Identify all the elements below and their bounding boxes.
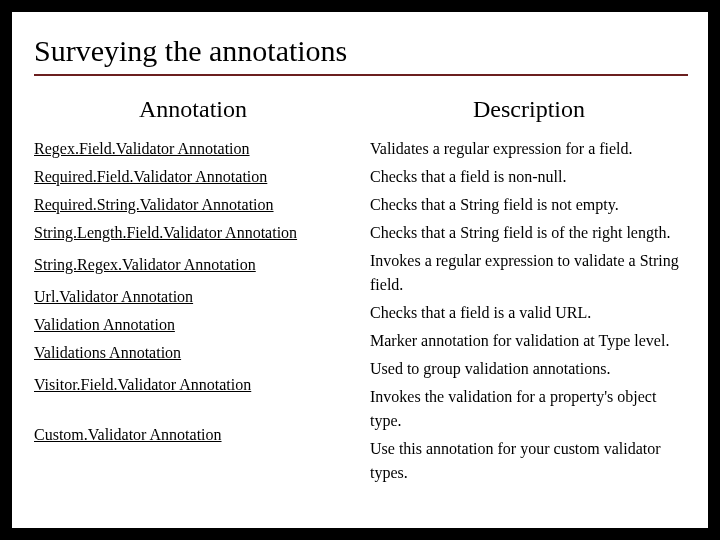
- annotation-link[interactable]: Custom.Validator Annotation: [34, 421, 352, 449]
- description-text: Checks that a field is non-null.: [370, 163, 688, 191]
- annotation-link[interactable]: Validations Annotation: [34, 339, 352, 367]
- annotation-link[interactable]: Validation Annotation: [34, 311, 352, 339]
- annotation-link[interactable]: String.Regex.Validator Annotation: [34, 251, 352, 279]
- annotation-link[interactable]: Visitor.Field.Validator Annotation: [34, 371, 352, 399]
- annotation-link[interactable]: Required.String.Validator Annotation: [34, 191, 352, 219]
- description-text: Checks that a String field is of the rig…: [370, 219, 688, 247]
- description-text: Checks that a String field is not empty.: [370, 191, 688, 219]
- description-column: Validates a regular expression for a fie…: [370, 135, 688, 487]
- annotation-link[interactable]: Url.Validator Annotation: [34, 283, 352, 311]
- description-text: Invokes a regular expression to validate…: [370, 247, 688, 299]
- content-grid: Annotation Description Regex.Field.Valid…: [12, 80, 708, 487]
- title-rule: [34, 74, 688, 76]
- slide: Surveying the annotations Annotation Des…: [12, 12, 708, 528]
- annotation-link[interactable]: String.Length.Field.Validator Annotation: [34, 219, 352, 247]
- description-text: Checks that a field is a valid URL.: [370, 299, 688, 327]
- description-text: Validates a regular expression for a fie…: [370, 135, 688, 163]
- column-header-description: Description: [370, 96, 688, 123]
- title-area: Surveying the annotations: [12, 12, 708, 80]
- description-text: Invokes the validation for a property's …: [370, 383, 688, 435]
- slide-title: Surveying the annotations: [34, 34, 698, 68]
- column-header-annotation: Annotation: [34, 96, 352, 123]
- annotation-link[interactable]: Required.Field.Validator Annotation: [34, 163, 352, 191]
- description-text: Marker annotation for validation at Type…: [370, 327, 688, 355]
- description-text: Use this annotation for your custom vali…: [370, 435, 688, 487]
- description-text: Used to group validation annotations.: [370, 355, 688, 383]
- annotation-link[interactable]: Regex.Field.Validator Annotation: [34, 135, 352, 163]
- annotation-column: Regex.Field.Validator Annotation Require…: [34, 135, 352, 487]
